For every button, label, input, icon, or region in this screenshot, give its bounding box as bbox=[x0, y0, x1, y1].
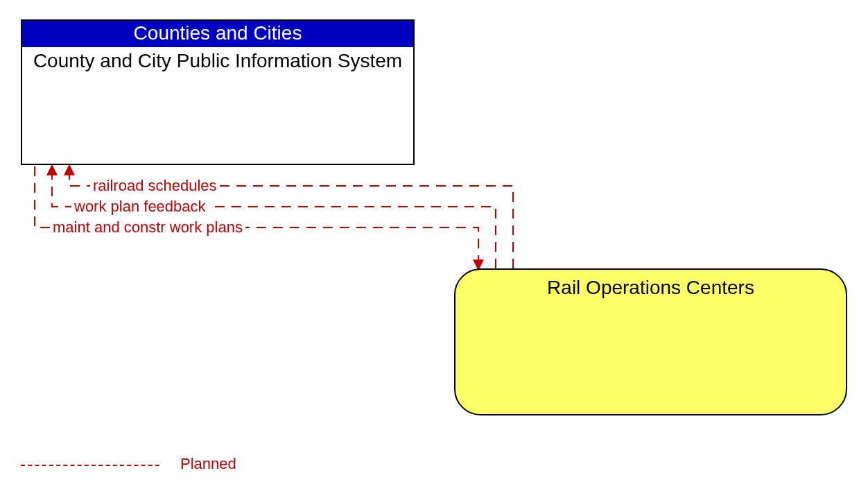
county-box-body: County and City Public Information Syste… bbox=[22, 47, 413, 72]
legend-label-planned: Planned bbox=[180, 455, 236, 473]
county-box-header: Counties and Cities bbox=[22, 21, 413, 47]
flow-label-railroad-schedules: railroad schedules bbox=[90, 177, 220, 195]
flow-label-work-plan-feedback: work plan feedback bbox=[71, 198, 209, 216]
rail-box-title: Rail Operations Centers bbox=[455, 270, 846, 299]
legend-line-planned bbox=[21, 465, 159, 466]
county-public-info-system-box: Counties and Cities County and City Publ… bbox=[21, 19, 415, 165]
rail-operations-centers-box: Rail Operations Centers bbox=[454, 268, 847, 415]
flow-label-maint-constr-work-plans: maint and constr work plans bbox=[50, 218, 245, 237]
